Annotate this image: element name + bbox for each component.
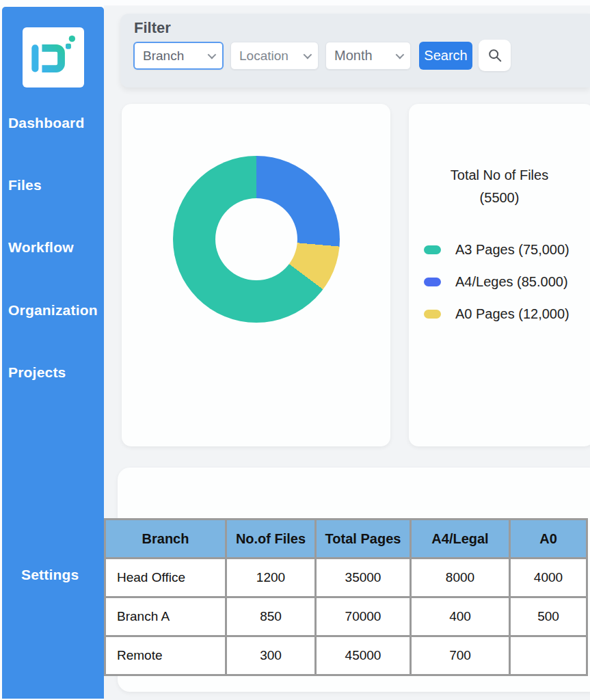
chevron-down-icon [396,51,405,59]
chevron-down-icon [208,51,217,59]
cell-total-pages: 45000 [316,636,411,675]
cell-total-pages: 35000 [316,558,411,597]
cell-branch: Head Office [105,558,226,597]
legend-marker-blue [424,278,441,286]
legend-item-a3: A3 Pages (75,000) [424,240,569,259]
app-logo [23,27,84,88]
total-files-label: Total No of Files [409,164,590,187]
sidebar-item-dashboard[interactable]: Dashboard [2,115,104,131]
legend-marker-yellow [424,310,441,319]
chart-legend-card: Total No of Files (5500) A3 Pages (75,00… [409,104,590,446]
search-button[interactable]: Search [419,42,472,70]
donut-chart-hole [215,198,297,280]
chart-total-title: Total No of Files (5500) [409,164,590,209]
cell-a4-legal: 8000 [411,558,510,597]
branch-dropdown[interactable]: Branch [133,42,224,70]
legend-label: A0 Pages (12,000) [455,306,569,322]
cell-no-of-files: 850 [226,597,316,636]
sidebar-item-files[interactable]: Files [2,177,104,193]
cell-branch: Remote [105,636,226,675]
cell-a0 [510,636,587,675]
filter-title: Filter [134,19,171,37]
cell-a0: 500 [510,597,587,636]
ici-logo-icon [28,33,79,82]
table-row: Branch A 850 70000 400 500 [105,597,587,636]
legend-label: A3 Pages (75,000) [455,242,569,258]
magnifier-icon [487,48,502,63]
chevron-down-icon [304,51,312,59]
cell-branch: Branch A [105,597,226,636]
legend-label: A4/Leges (85.000) [455,274,568,290]
sidebar-item-settings[interactable]: Settings [2,567,104,583]
header-branch: Branch [105,520,226,558]
header-a4-legal: A4/Legal [411,520,510,558]
cell-no-of-files: 1200 [226,558,316,597]
header-total-pages: Total Pages [316,520,411,558]
total-files-value: (5500) [409,187,590,209]
branch-dropdown-label: Branch [143,49,184,64]
sidebar: Dashboard Files Workflow Organization Pr… [2,7,104,699]
cell-a0: 4000 [510,558,587,597]
header-a0: A0 [510,520,587,558]
cell-a4-legal: 400 [411,597,510,636]
table-row: Head Office 1200 35000 8000 4000 [105,558,587,597]
header-no-of-files: No.of Files [226,520,316,558]
chart-legend: A3 Pages (75,000) A4/Leges (85.000) A0 P… [424,240,569,336]
donut-chart-card [122,104,390,446]
cell-no-of-files: 300 [226,636,316,675]
location-dropdown[interactable]: Location [230,42,319,70]
cell-total-pages: 70000 [316,597,411,636]
filter-panel: Filter Branch Location Month Search [120,14,590,88]
table-header-row: Branch No.of Files Total Pages A4/Legal … [105,520,587,558]
search-icon-button[interactable] [479,40,511,71]
cell-a4-legal: 700 [411,636,510,675]
legend-marker-teal [424,245,441,254]
month-dropdown-label: Month [334,48,373,64]
sidebar-item-organization[interactable]: Organization [2,302,104,319]
branch-stats-table: Branch No.of Files Total Pages A4/Legal … [104,518,588,676]
sidebar-item-workflow[interactable]: Workflow [2,239,104,256]
legend-item-a4: A4/Leges (85.000) [424,272,569,291]
sidebar-item-projects[interactable]: Projects [2,364,104,381]
top-margin-strip [0,0,590,5]
location-dropdown-label: Location [239,49,289,64]
month-dropdown[interactable]: Month [325,42,411,70]
table-row: Remote 300 45000 700 [105,636,587,675]
legend-item-a0: A0 Pages (12,000) [424,304,569,323]
